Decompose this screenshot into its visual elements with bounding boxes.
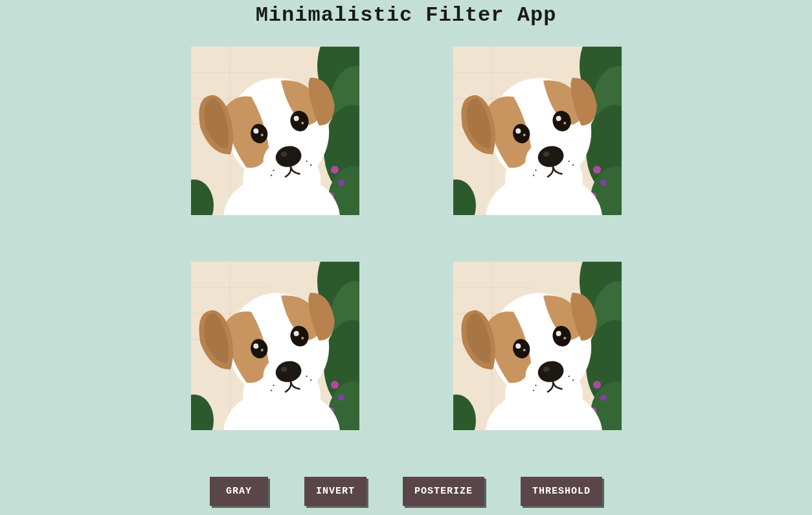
image-top-left (191, 47, 359, 215)
page-title: Minimalistic Filter App (0, 3, 812, 27)
image-bottom-left (191, 262, 359, 430)
puppy-image-icon (191, 47, 359, 215)
image-grid (191, 47, 622, 430)
image-bottom-right (453, 262, 622, 430)
threshold-button[interactable]: THRESHOLD (521, 477, 602, 506)
gray-button[interactable]: GRAY (210, 477, 268, 506)
button-row: GRAY INVERT POSTERIZE THRESHOLD (0, 477, 812, 506)
puppy-image-icon (453, 47, 622, 215)
posterize-button[interactable]: POSTERIZE (403, 477, 484, 506)
invert-button[interactable]: INVERT (304, 477, 367, 506)
puppy-image-icon (453, 262, 622, 430)
puppy-image-icon (191, 262, 359, 430)
image-top-right (453, 47, 622, 215)
